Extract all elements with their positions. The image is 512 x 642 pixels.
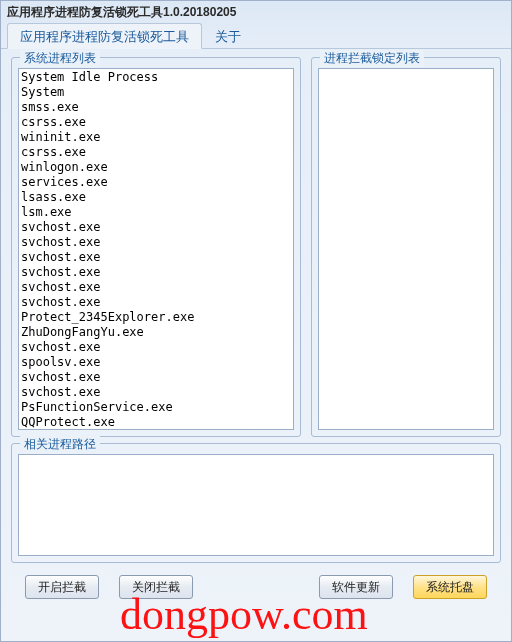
process-listbox[interactable]: System Idle ProcessSystemsmss.execsrss.e… [18,68,294,430]
process-item[interactable]: ZhuDongFangYu.exe [21,325,291,340]
system-tray-button[interactable]: 系统托盘 [413,575,487,599]
group-path-title: 相关进程路径 [20,436,100,453]
process-item[interactable]: svchost.exe [21,220,291,235]
process-item[interactable]: wininit.exe [21,130,291,145]
process-item[interactable]: spoolsv.exe [21,355,291,370]
process-item[interactable]: svchost.exe [21,250,291,265]
process-item[interactable]: csrss.exe [21,145,291,160]
process-item[interactable]: svchost.exe [21,295,291,310]
process-item[interactable]: System Idle Process [21,70,291,85]
process-item[interactable]: svchost.exe [21,385,291,400]
process-item[interactable]: csrss.exe [21,115,291,130]
block-listbox[interactable] [318,68,494,430]
group-block-list: 进程拦截锁定列表 [311,57,501,437]
tab-about[interactable]: 关于 [202,23,254,49]
process-item[interactable]: svchost.exe [21,235,291,250]
top-row: 系统进程列表 System Idle ProcessSystemsmss.exe… [11,57,501,437]
process-item[interactable]: svchost.exe [21,280,291,295]
process-item[interactable]: Protect_2345Explorer.exe [21,310,291,325]
title-bar: 应用程序进程防复活锁死工具1.0.20180205 [1,1,511,23]
button-row: 开启拦截 关闭拦截 软件更新 系统托盘 [11,569,501,605]
group-process-list-title: 系统进程列表 [20,50,100,67]
process-item[interactable]: services.exe [21,175,291,190]
tab-strip: 应用程序进程防复活锁死工具 关于 [1,23,511,49]
button-group-right: 软件更新 系统托盘 [319,575,487,599]
stop-intercept-button[interactable]: 关闭拦截 [119,575,193,599]
tab-content: 系统进程列表 System Idle ProcessSystemsmss.exe… [1,49,511,641]
software-update-button[interactable]: 软件更新 [319,575,393,599]
window-title: 应用程序进程防复活锁死工具1.0.20180205 [7,5,236,19]
process-item[interactable]: svchost.exe [21,370,291,385]
start-intercept-button[interactable]: 开启拦截 [25,575,99,599]
group-path: 相关进程路径 [11,443,501,563]
main-window: 应用程序进程防复活锁死工具1.0.20180205 应用程序进程防复活锁死工具 … [0,0,512,642]
process-item[interactable]: lsass.exe [21,190,291,205]
process-item[interactable]: PsFunctionService.exe [21,400,291,415]
process-item[interactable]: svchost.exe [21,265,291,280]
process-item[interactable]: lsm.exe [21,205,291,220]
path-textbox[interactable] [18,454,494,556]
process-item[interactable]: smss.exe [21,100,291,115]
button-group-left: 开启拦截 关闭拦截 [25,575,193,599]
process-item[interactable]: System [21,85,291,100]
process-item[interactable]: winlogon.exe [21,160,291,175]
tab-main[interactable]: 应用程序进程防复活锁死工具 [7,23,202,49]
process-item[interactable]: svchost.exe [21,340,291,355]
group-block-list-title: 进程拦截锁定列表 [320,50,424,67]
group-process-list: 系统进程列表 System Idle ProcessSystemsmss.exe… [11,57,301,437]
process-item[interactable]: QQProtect.exe [21,415,291,430]
